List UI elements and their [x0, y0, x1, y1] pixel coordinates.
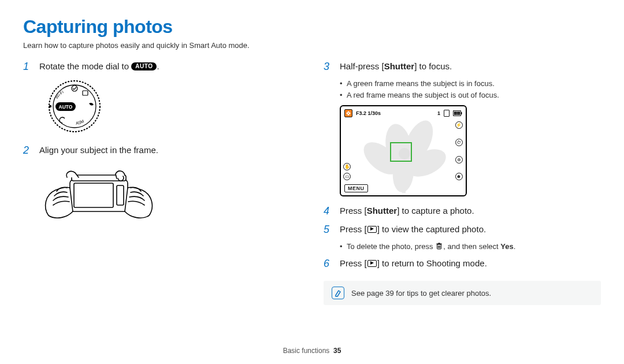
step-number: 3: [324, 60, 333, 73]
svg-rect-9: [74, 183, 113, 207]
step-number: 5: [324, 223, 333, 236]
stabilizer-icon: ✋: [343, 163, 351, 170]
step-3-bullets: A green frame means the subject is in fo…: [340, 78, 601, 101]
page-title: Capturing photos: [23, 16, 601, 38]
timer-icon: ⏱: [455, 139, 463, 146]
intro-text: Learn how to capture photos easily and q…: [23, 41, 601, 50]
playback-icon: [367, 260, 377, 267]
menu-button-label: MENU: [344, 184, 368, 192]
flash-icon: ⚡: [455, 121, 463, 129]
page-footer: Basic functions 35: [0, 347, 624, 355]
burst-icon: ▭: [343, 173, 351, 180]
step-1: 1 Rotate the mode dial to AUTO.: [23, 60, 300, 73]
svg-rect-27: [456, 112, 458, 115]
svg-rect-29: [461, 112, 462, 114]
step-3-text-a: Half-press [: [340, 61, 384, 71]
step-6-text-b: ] to return to Shooting mode.: [377, 258, 487, 268]
step-5-text-b: ] to view the captured photo.: [377, 224, 486, 234]
auto-badge-icon: AUTO: [131, 62, 157, 70]
step-2-text: Align your subject in the frame.: [39, 144, 300, 157]
step-3-shutter: Shutter: [384, 61, 415, 71]
sd-card-icon: [444, 110, 450, 117]
playback-icon: [367, 226, 377, 233]
svg-rect-32: [439, 243, 440, 243]
step-6-text-a: Press [: [340, 258, 367, 268]
step-4: 4 Press [Shutter] to capture a photo.: [324, 205, 601, 218]
svg-rect-19: [402, 173, 406, 193]
zoom-icon: ⊕: [455, 156, 463, 164]
battery-icon: [453, 110, 462, 116]
footer-page-number: 35: [333, 347, 341, 355]
bullet-green-frame: A green frame means the subject is in fo…: [340, 78, 601, 90]
mode-dial-illustration: AUTO Wi-Fi ASM: [43, 78, 300, 135]
step-3: 3 Half-press [Shutter] to focus.: [324, 60, 601, 73]
step-2: 2 Align your subject in the frame.: [23, 144, 300, 157]
svg-point-24: [348, 113, 349, 114]
step-number: 6: [324, 257, 333, 270]
tip-note: See page 39 for tips to get clearer phot…: [324, 281, 601, 305]
step-1-text-pre: Rotate the mode dial to: [39, 61, 131, 71]
svg-point-2: [49, 105, 51, 107]
step-3-text-c: ] to focus.: [414, 61, 452, 71]
step-number: 1: [23, 60, 32, 73]
step-4-text-c: ] to capture a photo.: [397, 206, 474, 216]
step-6: 6 Press [] to return to Shooting mode.: [324, 257, 601, 270]
svg-rect-26: [454, 112, 456, 115]
right-column: 3 Half-press [Shutter] to focus. A green…: [324, 60, 601, 305]
exposure-readout: F3.2 1/30s: [356, 110, 381, 116]
macro-mode-icon: [344, 109, 352, 117]
note-text: See page 39 for tips to get clearer phot…: [351, 289, 491, 298]
step-4-shutter: Shutter: [367, 206, 398, 216]
bullet-red-frame: A red frame means the subject is out of …: [340, 90, 601, 101]
lcd-preview-illustration: F3.2 1/30s 1 ⚡ ⏱ ⊕ ☻ ✋ ▭: [340, 105, 601, 196]
svg-rect-28: [458, 112, 460, 115]
dial-auto-label: AUTO: [59, 104, 73, 110]
svg-rect-10: [117, 185, 124, 205]
step-1-text-post: .: [157, 61, 159, 71]
step-number: 2: [23, 144, 32, 157]
focus-frame-green: [390, 142, 412, 162]
face-icon: ☻: [455, 173, 463, 180]
step-5: 5 Press [] to view the captured photo.: [324, 223, 601, 236]
note-icon: [332, 287, 344, 299]
shot-count: 1: [437, 110, 440, 116]
footer-section: Basic functions: [283, 347, 330, 355]
trash-icon: [436, 242, 443, 248]
step-5-bullets: To delete the photo, press , and then se…: [340, 241, 601, 252]
hands-holding-camera-illustration: [38, 162, 300, 228]
step-number: 4: [324, 205, 333, 218]
left-column: 1 Rotate the mode dial to AUTO. AUTO: [23, 60, 300, 305]
svg-rect-31: [437, 244, 442, 245]
step-4-text-a: Press [: [340, 206, 367, 216]
bullet-delete: To delete the photo, press , and then se…: [340, 241, 601, 252]
step-5-text-a: Press [: [340, 224, 367, 234]
